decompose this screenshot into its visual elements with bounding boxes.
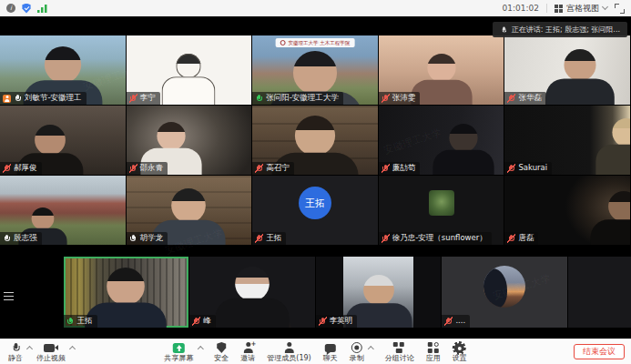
meeting-timer: 01:01:02 — [503, 4, 539, 13]
mic-status-icon — [382, 94, 390, 103]
apps-grid-icon — [428, 342, 439, 353]
network-signal-icon — [37, 5, 47, 13]
share-options-chevron[interactable] — [197, 346, 203, 352]
chat-button[interactable]: 聊天 — [323, 342, 338, 363]
participant-video-figure — [431, 124, 496, 175]
video-options-chevron[interactable] — [69, 346, 76, 352]
mic-status-icon — [129, 234, 137, 243]
participant-name: 张华磊 — [518, 94, 542, 103]
stop-video-label: 停止视频 — [36, 353, 66, 363]
security-button[interactable]: 安全 — [214, 342, 229, 363]
video-tile[interactable]: 刘敏节-安徽理工 — [0, 35, 126, 105]
fullscreen-icon[interactable] — [615, 4, 625, 14]
speaking-toast-text: 正在讲话: 王拓; 殷志强; 张问阳... — [512, 25, 620, 35]
participant-name: 唐磊 — [518, 234, 534, 243]
invite-label: 邀请 — [240, 353, 255, 363]
video-tile[interactable]: 王拓 王拓 — [252, 176, 378, 245]
toolbar-left-group: 静音 停止视频 — [8, 342, 75, 363]
participant-name: 郝厚俊 — [14, 164, 37, 173]
view-mode-label: 宫格视图 — [566, 3, 599, 15]
video-tile[interactable]: 廉劼苟 — [379, 106, 504, 175]
chat-bubble-icon — [325, 344, 336, 352]
video-tile[interactable]: 邵永青 — [127, 106, 252, 175]
mic-status-icon — [382, 234, 390, 243]
mic-status-icon — [3, 164, 11, 173]
participant-label: 殷志强 — [0, 232, 42, 245]
participant-label: .... — [442, 315, 470, 328]
participant-label: 张沛雯 — [379, 92, 421, 105]
participant-name: 王拓 — [77, 317, 93, 326]
mic-status-icon — [255, 234, 263, 243]
participant-label: 张问阳-安徽理工大学 — [252, 92, 343, 105]
video-tile-partial[interactable] — [568, 257, 631, 328]
video-tile[interactable]: .... — [442, 257, 567, 328]
manage-members-label: 管理成员(19) — [267, 353, 310, 363]
end-meeting-button[interactable]: 结束会议 — [574, 344, 625, 359]
shield-icon — [217, 342, 227, 353]
video-tile[interactable]: 胡学龙 — [127, 176, 252, 245]
participant-name: 峰 — [203, 317, 211, 326]
profile-photo — [429, 190, 454, 216]
layout-list-icon[interactable] — [4, 292, 14, 301]
video-tile[interactable]: 张华磊 — [504, 35, 630, 105]
invite-button[interactable]: + 邀请 — [240, 342, 255, 363]
participant-label: Sakurai — [504, 162, 552, 175]
manage-members-button[interactable]: 管理成员(19) — [267, 342, 310, 363]
mic-options-chevron[interactable] — [26, 346, 33, 352]
mute-button[interactable]: 静音 — [8, 342, 23, 363]
view-mode-button[interactable]: 宫格视图 — [555, 3, 607, 15]
participant-label: 李英明 — [316, 315, 358, 328]
record-label: 录制 — [350, 353, 364, 363]
participant-name: 廉劼苟 — [392, 164, 416, 173]
participant-label: 廉劼苟 — [379, 162, 421, 175]
host-badge-icon — [3, 95, 11, 103]
divider — [546, 4, 547, 13]
share-screen-label: 共享屏幕 — [164, 353, 193, 363]
profile-photo — [483, 266, 525, 308]
mic-status-icon — [14, 94, 22, 103]
participant-name: 徐乃忠-安理（sunflower） — [392, 234, 487, 243]
video-tile-active-speaker[interactable]: 王拓 — [64, 257, 189, 328]
participant-label: 郝厚俊 — [0, 162, 42, 175]
video-tile[interactable]: 徐乃忠-安理（sunflower） — [379, 176, 504, 245]
record-icon — [351, 342, 362, 353]
camera-icon — [44, 344, 55, 352]
mic-status-icon — [129, 94, 137, 103]
participant-name: 王拓 — [266, 234, 281, 243]
video-tile[interactable]: 李宁 — [127, 35, 252, 105]
apps-button[interactable]: 应用 — [426, 342, 441, 363]
mic-status-icon — [129, 164, 137, 173]
video-tile[interactable]: 高召宁 — [252, 106, 378, 175]
mic-status-icon — [3, 234, 11, 243]
meeting-security-icon[interactable] — [22, 4, 31, 14]
participant-label: 唐磊 — [504, 232, 538, 245]
video-tile[interactable]: 殷志强 — [0, 176, 126, 245]
video-tile[interactable]: 安徽理工大学 土木工程学院 张问阳-安徽理工大学 — [252, 35, 378, 105]
video-tile[interactable]: 唐磊 — [504, 176, 630, 245]
breakout-rooms-button[interactable]: 分组讨论 — [385, 342, 414, 363]
record-options-chevron[interactable] — [368, 346, 374, 352]
toolbar-center-group: 共享屏幕 安全 + 邀请 管理成员(19) 聊天 录制 — [164, 342, 466, 363]
meeting-info-icon[interactable] — [6, 4, 15, 13]
settings-button[interactable]: 设置 — [453, 342, 467, 363]
share-screen-button[interactable]: 共享屏幕 — [164, 342, 193, 363]
participant-label: 王拓 — [64, 315, 97, 328]
plus-icon: + — [250, 340, 256, 348]
participant-name: 李英明 — [330, 317, 353, 326]
video-tile[interactable]: 李英明 — [316, 257, 442, 328]
mic-status-icon — [255, 94, 263, 103]
stop-video-button[interactable]: 停止视频 — [36, 342, 66, 363]
participant-name: .... — [455, 317, 465, 326]
mic-status-icon — [507, 164, 515, 173]
apps-label: 应用 — [426, 353, 441, 363]
record-button[interactable]: 录制 — [350, 342, 364, 363]
university-banner: 安徽理工大学 土木工程学院 — [276, 38, 355, 47]
participant-label: 胡学龙 — [127, 232, 168, 245]
members-icon — [283, 342, 294, 353]
video-tile[interactable]: 郝厚俊 — [0, 106, 126, 175]
participant-label: 刘敏节-安徽理工 — [0, 92, 87, 105]
video-tile[interactable]: Sakurai — [504, 106, 630, 175]
video-tile[interactable]: 峰 — [189, 257, 315, 328]
video-tile[interactable]: 张沛雯 — [379, 35, 504, 105]
breakout-rooms-label: 分组讨论 — [385, 353, 414, 363]
